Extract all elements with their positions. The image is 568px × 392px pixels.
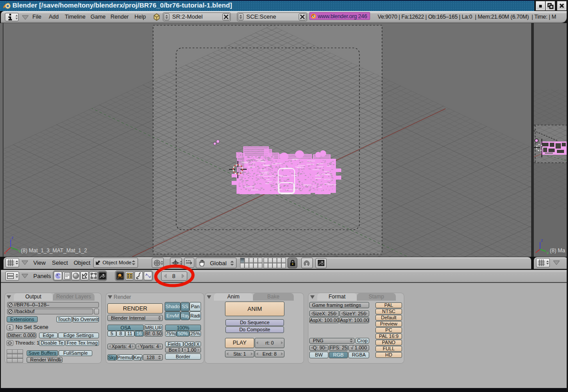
svg-text:x: x	[4, 251, 6, 255]
svg-text:(8) Ma: (8) Ma	[550, 247, 565, 254]
svg-text:(8) Mat_1_3_MAT_Mat_1_2: (8) Mat_1_3_MAT_Mat_1_2	[21, 247, 87, 254]
svg-text:z: z	[12, 235, 14, 240]
svg-text:v: v	[547, 251, 549, 255]
svg-text:z: z	[541, 238, 543, 243]
